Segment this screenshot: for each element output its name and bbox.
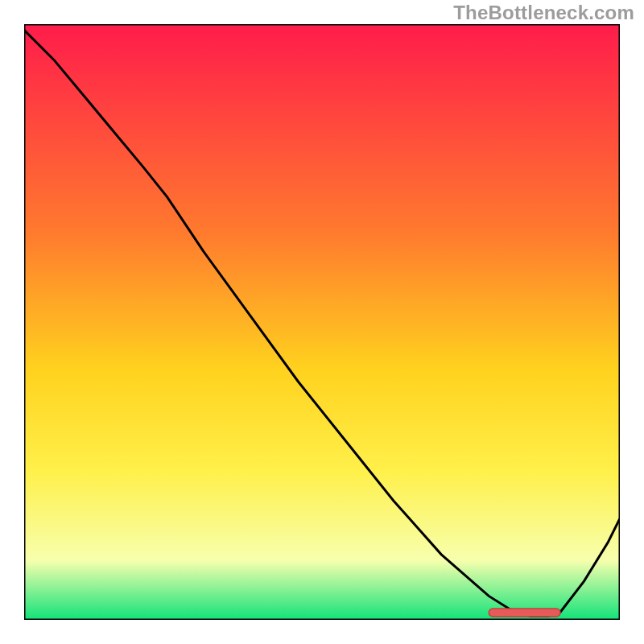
- chart-container: TheBottleneck.com: [0, 0, 644, 644]
- gradient-background: [24, 24, 620, 620]
- chart-svg: [24, 24, 620, 620]
- optimal-band-marker: [489, 609, 560, 617]
- plot-area: [24, 24, 620, 620]
- watermark-text: TheBottleneck.com: [453, 2, 634, 24]
